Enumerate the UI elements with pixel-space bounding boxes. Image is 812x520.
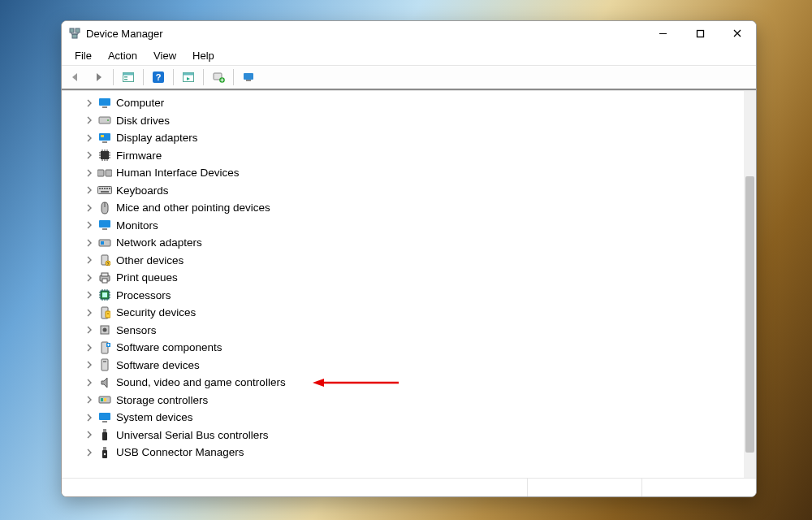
chevron-right-icon[interactable] xyxy=(84,343,94,353)
minimize-button[interactable] xyxy=(644,21,681,46)
add-legacy-hardware-button[interactable] xyxy=(208,67,229,87)
tree-node[interactable]: Firmware xyxy=(62,147,744,165)
svg-rect-37 xyxy=(101,241,104,245)
svg-rect-15 xyxy=(246,80,251,81)
properties-button[interactable] xyxy=(238,67,259,87)
svg-rect-21 xyxy=(101,135,104,137)
usb-conn-icon xyxy=(97,446,112,459)
maximize-button[interactable] xyxy=(681,21,719,46)
device-tree[interactable]: ComputerDisk drivesDisplay adaptersFirmw… xyxy=(62,91,744,478)
chevron-right-icon[interactable] xyxy=(84,448,94,457)
cpu-icon xyxy=(97,288,112,301)
tree-node-label: Disk drives xyxy=(116,115,170,127)
tree-node[interactable]: Computer xyxy=(62,94,744,112)
chevron-right-icon[interactable] xyxy=(84,308,94,318)
chevron-right-icon[interactable] xyxy=(84,133,94,143)
chevron-right-icon[interactable] xyxy=(84,220,94,230)
tree-node-label: Software devices xyxy=(116,359,200,371)
status-bar xyxy=(62,478,756,496)
scan-hardware-button[interactable] xyxy=(178,67,199,87)
menu-action[interactable]: Action xyxy=(100,47,145,64)
tree-node-label: Human Interface Devices xyxy=(116,167,240,179)
tree-node[interactable]: Storage controllers xyxy=(62,392,744,410)
svg-rect-61 xyxy=(103,429,106,432)
chevron-right-icon[interactable] xyxy=(84,238,94,248)
chevron-right-icon[interactable] xyxy=(84,255,94,265)
tree-node-label: Mice and other pointing devices xyxy=(116,202,270,214)
svg-rect-26 xyxy=(98,187,112,194)
tree-node[interactable]: System devices xyxy=(62,409,744,427)
close-button[interactable] xyxy=(719,21,756,46)
svg-rect-25 xyxy=(106,170,112,176)
tree-node[interactable]: Print queues xyxy=(62,269,744,287)
tree-node[interactable]: Mice and other pointing devices xyxy=(62,199,744,217)
svg-rect-31 xyxy=(109,188,110,189)
toolbar: ? xyxy=(62,66,756,90)
tree-node[interactable]: Display adapters xyxy=(62,129,744,147)
chevron-right-icon[interactable] xyxy=(84,98,94,108)
other-icon: ? xyxy=(97,254,112,266)
svg-rect-45 xyxy=(102,292,107,297)
chevron-right-icon[interactable] xyxy=(84,378,94,388)
show-hide-tree-button[interactable] xyxy=(118,67,139,87)
title-bar[interactable]: Device Manager xyxy=(62,21,756,46)
tree-node[interactable]: Sound, video and game controllers xyxy=(62,374,744,392)
svg-rect-62 xyxy=(102,432,107,440)
svg-rect-57 xyxy=(101,398,103,401)
svg-rect-22 xyxy=(102,141,107,143)
forward-button[interactable] xyxy=(88,67,109,87)
svg-rect-17 xyxy=(102,106,107,108)
menu-file[interactable]: File xyxy=(67,47,100,64)
tree-node-label: Other devices xyxy=(116,254,184,266)
svg-text:?: ? xyxy=(107,262,110,266)
tree-node[interactable]: USB Connector Managers xyxy=(62,444,744,462)
back-button[interactable] xyxy=(65,67,86,87)
help-button[interactable]: ? xyxy=(148,67,169,87)
svg-rect-0 xyxy=(70,28,74,32)
tree-node[interactable]: Disk drives xyxy=(62,112,744,130)
scroll-thumb[interactable] xyxy=(745,176,754,453)
chevron-right-icon[interactable] xyxy=(84,430,94,440)
tree-node[interactable]: Monitors xyxy=(62,217,744,235)
tree-node-label: Keyboards xyxy=(116,184,169,197)
tree-node-label: Software components xyxy=(116,341,222,353)
svg-rect-1 xyxy=(76,28,80,32)
tree-node[interactable]: Network adapters xyxy=(62,234,744,252)
menu-help[interactable]: Help xyxy=(184,47,222,64)
svg-point-65 xyxy=(104,453,106,455)
chevron-right-icon[interactable] xyxy=(84,395,94,405)
system-icon xyxy=(97,411,112,424)
svg-text:?: ? xyxy=(156,72,162,82)
vertical-scrollbar[interactable] xyxy=(744,91,756,478)
tree-node[interactable]: Sensors xyxy=(62,322,744,340)
chevron-right-icon[interactable] xyxy=(84,360,94,370)
tree-node[interactable]: Software components xyxy=(62,339,744,357)
annotation-arrow-icon xyxy=(311,377,400,391)
chevron-right-icon[interactable] xyxy=(84,290,94,300)
chevron-right-icon[interactable] xyxy=(84,273,94,283)
chevron-right-icon[interactable] xyxy=(84,115,94,125)
tree-node[interactable]: Universal Serial Bus controllers xyxy=(62,427,744,444)
tree-node-label: Print queues xyxy=(116,271,178,284)
chevron-right-icon[interactable] xyxy=(84,203,94,213)
svg-rect-11 xyxy=(184,73,194,76)
svg-point-48 xyxy=(107,313,109,314)
mouse-icon xyxy=(97,202,112,214)
chip-dark-icon xyxy=(97,149,112,162)
svg-rect-34 xyxy=(99,220,110,228)
tree-node[interactable]: Human Interface Devices xyxy=(62,164,744,182)
tree-node-label: Computer xyxy=(116,97,164,109)
menu-view[interactable]: View xyxy=(145,47,184,64)
tree-node[interactable]: Software devices xyxy=(62,357,744,375)
chevron-right-icon[interactable] xyxy=(84,325,94,335)
soft-comp-icon xyxy=(97,341,112,354)
tree-node[interactable]: Security devices xyxy=(62,304,744,322)
tree-node[interactable]: ?Other devices xyxy=(62,252,744,270)
chevron-right-icon[interactable] xyxy=(84,413,94,422)
tree-node[interactable]: Processors xyxy=(62,287,744,305)
chevron-right-icon[interactable] xyxy=(84,185,94,195)
tree-node[interactable]: Keyboards xyxy=(62,182,744,200)
chevron-right-icon[interactable] xyxy=(84,150,94,160)
chevron-right-icon[interactable] xyxy=(84,168,94,178)
monitor-icon xyxy=(97,97,112,110)
